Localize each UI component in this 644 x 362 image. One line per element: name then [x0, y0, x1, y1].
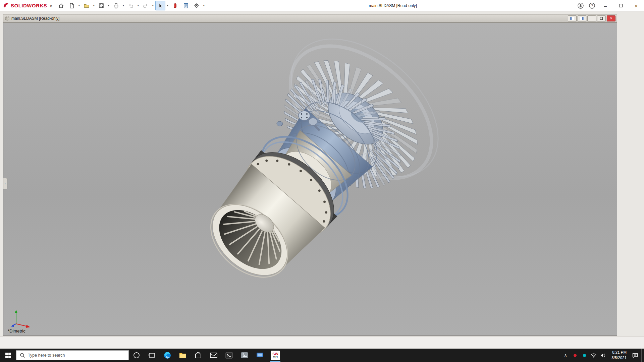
taskbar-app-solidworks[interactable]: SW 2021: [268, 349, 283, 362]
help-button[interactable]: ?: [586, 0, 598, 11]
doc-minimize-button[interactable]: –: [587, 15, 596, 21]
select-button[interactable]: [155, 1, 165, 10]
solidworks-brand-text: SOLIDWORKS: [11, 3, 47, 8]
select-caret-icon[interactable]: ▾: [166, 4, 169, 7]
chevron-up-icon: ∧: [564, 353, 567, 358]
doc-close-icon: ×: [610, 16, 612, 21]
appearance-button[interactable]: [170, 1, 180, 10]
cortana-button[interactable]: [129, 349, 144, 362]
doc-pane-left-button[interactable]: [568, 15, 577, 21]
taskbar-clock[interactable]: 8:21 PM 3/5/2021: [609, 350, 629, 360]
photos-icon: [240, 351, 249, 360]
volume-icon: [600, 353, 606, 358]
print-caret-icon[interactable]: ▾: [122, 4, 125, 7]
volume-button[interactable]: [600, 349, 606, 362]
save-caret-icon[interactable]: ▾: [107, 4, 110, 7]
viewport-scene[interactable]: [3, 23, 617, 336]
titlebar-right: ? – ×: [575, 0, 644, 11]
doc-restore-icon: [600, 17, 603, 20]
mail-icon: [209, 351, 218, 360]
minimize-button[interactable]: –: [598, 0, 613, 11]
redo-button[interactable]: [141, 1, 151, 10]
taskbar-search-box[interactable]: Type here to search: [16, 350, 129, 360]
solidworks-app-icon: SW 2021: [271, 351, 280, 360]
gearbox-disc-large: [299, 111, 310, 120]
assembly-icon: [5, 16, 10, 21]
gearbox-disc-small: [309, 118, 317, 125]
taskbar-app-monitor[interactable]: [252, 349, 268, 362]
undo-button[interactable]: [126, 1, 136, 10]
gear-icon: [194, 3, 200, 9]
cortana-icon: [133, 352, 140, 359]
solidworks-titlebar: SOLIDWORKS ▸ ▾ ▾: [0, 0, 644, 11]
taskbar-app-edge[interactable]: [160, 349, 175, 362]
show-desktop-button[interactable]: [641, 349, 643, 362]
document-window: main.SLDASM [Read-only] – ×: [3, 14, 617, 336]
wifi-icon: [591, 353, 596, 358]
hidden-icons-chevron[interactable]: ∧: [562, 349, 569, 362]
graphics-viewport[interactable]: *Dimetric ‹: [3, 22, 617, 336]
terminal-icon: [225, 351, 233, 360]
doc-restore-button[interactable]: [597, 15, 606, 21]
undo-caret-icon[interactable]: ▾: [137, 4, 140, 7]
sw-icon-label: SW: [272, 352, 278, 356]
casing-port: [277, 121, 283, 126]
document-title: main.SLDASM [Read-only]: [11, 16, 59, 21]
network-button[interactable]: [591, 349, 597, 362]
maximize-icon: [619, 4, 623, 7]
options-button[interactable]: [192, 1, 202, 10]
save-icon: [98, 3, 104, 9]
open-caret-icon[interactable]: ▾: [92, 4, 96, 7]
edge-icon: [163, 351, 172, 360]
status-bar: [0, 336, 644, 349]
taskbar-app-photos[interactable]: [237, 349, 252, 362]
evaluate-icon: [183, 3, 189, 9]
taskbar-app-file-explorer[interactable]: [175, 349, 191, 362]
save-button[interactable]: [96, 1, 106, 10]
new-document-caret-icon[interactable]: ▾: [77, 4, 81, 7]
screen: SOLIDWORKS ▸ ▾ ▾: [0, 0, 644, 362]
account-button[interactable]: [575, 0, 586, 11]
tray-antivirus-icon[interactable]: [572, 349, 578, 362]
taskbar-app-terminal[interactable]: [221, 349, 237, 362]
tray-teams-icon[interactable]: [581, 349, 587, 362]
file-explorer-icon: [178, 351, 187, 360]
task-view-button[interactable]: [144, 349, 160, 362]
teal-badge-icon: [583, 354, 586, 357]
action-center-button[interactable]: [632, 349, 638, 362]
doc-pane-right-button[interactable]: [578, 15, 586, 21]
print-icon: [113, 3, 119, 9]
evaluate-button[interactable]: [181, 1, 191, 10]
toolbar-expand-icon[interactable]: ▸: [50, 3, 53, 8]
document-titlebar[interactable]: main.SLDASM [Read-only] – ×: [3, 14, 617, 22]
undo-icon: [128, 3, 134, 9]
sw-icon-year: 2021: [273, 356, 278, 358]
solidworks-logo: SOLIDWORKS: [0, 3, 50, 9]
doc-close-button[interactable]: ×: [607, 15, 615, 21]
taskbar-app-store[interactable]: [191, 349, 206, 362]
redo-caret-icon[interactable]: ▾: [151, 4, 155, 7]
maximize-button[interactable]: [613, 0, 629, 11]
appearance-icon: [172, 3, 178, 9]
orientation-triad: [11, 308, 35, 330]
new-document-icon: [69, 3, 75, 9]
start-button[interactable]: [0, 349, 16, 362]
pane-left-icon: [570, 17, 574, 20]
monitor-app-icon: [256, 351, 264, 360]
open-button[interactable]: [82, 1, 92, 10]
windows-logo-icon: [5, 353, 11, 358]
home-button[interactable]: [56, 1, 66, 10]
account-icon: [577, 2, 584, 9]
collapse-arrow-icon: ‹: [5, 182, 6, 185]
app-title: main.SLDASM [Read-only]: [369, 3, 417, 8]
task-view-icon: [148, 352, 156, 359]
windows-taskbar: Type here to search: [0, 349, 644, 362]
new-document-button[interactable]: [67, 1, 77, 10]
orientation-label: *Dimetric: [8, 328, 25, 334]
options-caret-icon[interactable]: ▾: [202, 4, 206, 7]
taskbar-app-mail[interactable]: [206, 349, 221, 362]
close-button[interactable]: ×: [629, 0, 644, 11]
select-cursor-icon: [157, 3, 163, 9]
feature-tree-collapse-tab[interactable]: ‹: [3, 178, 7, 189]
print-button[interactable]: [111, 1, 121, 10]
